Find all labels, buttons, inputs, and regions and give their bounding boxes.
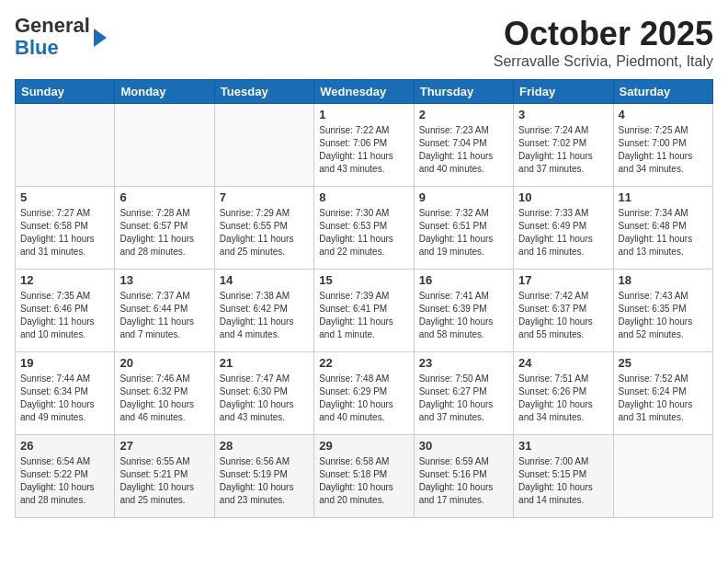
day-info: Sunrise: 7:23 AM Sunset: 7:04 PM Dayligh… [419, 124, 508, 176]
day-number: 4 [619, 108, 708, 121]
location: Serravalle Scrivia, Piedmont, Italy [494, 53, 713, 70]
week-row-4: 19Sunrise: 7:44 AM Sunset: 6:34 PM Dayli… [16, 352, 713, 435]
table-row: 20Sunrise: 7:46 AM Sunset: 6:32 PM Dayli… [115, 352, 214, 435]
logo: General Blue [15, 15, 107, 59]
day-number: 19 [20, 356, 109, 370]
title-area: October 2025 Serravalle Scrivia, Piedmon… [494, 15, 713, 70]
day-number: 21 [220, 356, 309, 370]
table-row: 17Sunrise: 7:42 AM Sunset: 6:37 PM Dayli… [514, 270, 613, 352]
day-info: Sunrise: 7:24 AM Sunset: 7:02 PM Dayligh… [518, 124, 608, 176]
table-row: 9Sunrise: 7:32 AM Sunset: 6:51 PM Daylig… [414, 187, 513, 270]
table-row: 2Sunrise: 7:23 AM Sunset: 7:04 PM Daylig… [414, 104, 513, 187]
day-info: Sunrise: 7:44 AM Sunset: 6:34 PM Dayligh… [20, 373, 109, 424]
day-number: 27 [119, 439, 209, 453]
logo-arrow-icon [94, 29, 107, 47]
table-row: 28Sunrise: 6:56 AM Sunset: 5:19 PM Dayli… [214, 435, 313, 518]
day-info: Sunrise: 7:35 AM Sunset: 6:46 PM Dayligh… [20, 290, 109, 341]
day-number: 3 [518, 108, 608, 121]
table-row [214, 104, 313, 187]
table-row: 19Sunrise: 7:44 AM Sunset: 6:34 PM Dayli… [16, 352, 115, 435]
table-row: 15Sunrise: 7:39 AM Sunset: 6:41 PM Dayli… [314, 270, 414, 352]
day-info: Sunrise: 7:30 AM Sunset: 6:53 PM Dayligh… [319, 207, 408, 259]
day-number: 28 [220, 439, 309, 453]
table-row [115, 104, 214, 187]
day-number: 5 [20, 190, 109, 204]
day-info: Sunrise: 7:43 AM Sunset: 6:35 PM Dayligh… [619, 290, 708, 341]
day-number: 25 [619, 356, 708, 370]
day-number: 10 [518, 190, 608, 204]
table-row: 6Sunrise: 7:28 AM Sunset: 6:57 PM Daylig… [115, 187, 214, 270]
calendar-header-row: Sunday Monday Tuesday Wednesday Thursday… [16, 80, 713, 104]
week-row-3: 12Sunrise: 7:35 AM Sunset: 6:46 PM Dayli… [16, 270, 713, 352]
day-number: 29 [319, 439, 408, 453]
header-saturday: Saturday [613, 80, 712, 104]
table-row: 5Sunrise: 7:27 AM Sunset: 6:58 PM Daylig… [16, 187, 115, 270]
day-info: Sunrise: 7:38 AM Sunset: 6:42 PM Dayligh… [220, 290, 309, 341]
day-number: 13 [119, 273, 209, 287]
header-wednesday: Wednesday [314, 80, 414, 104]
day-info: Sunrise: 7:47 AM Sunset: 6:30 PM Dayligh… [220, 373, 309, 424]
day-number: 7 [220, 190, 309, 204]
day-info: Sunrise: 7:22 AM Sunset: 7:06 PM Dayligh… [319, 124, 408, 176]
day-info: Sunrise: 7:42 AM Sunset: 6:37 PM Dayligh… [518, 290, 608, 341]
day-info: Sunrise: 6:59 AM Sunset: 5:16 PM Dayligh… [419, 455, 508, 507]
day-info: Sunrise: 7:51 AM Sunset: 6:26 PM Dayligh… [518, 373, 608, 424]
table-row: 13Sunrise: 7:37 AM Sunset: 6:44 PM Dayli… [115, 270, 214, 352]
table-row: 22Sunrise: 7:48 AM Sunset: 6:29 PM Dayli… [314, 352, 414, 435]
day-number: 17 [518, 273, 608, 287]
day-number: 6 [119, 190, 209, 204]
week-row-2: 5Sunrise: 7:27 AM Sunset: 6:58 PM Daylig… [16, 187, 713, 270]
day-info: Sunrise: 7:25 AM Sunset: 7:00 PM Dayligh… [619, 124, 708, 176]
day-info: Sunrise: 7:52 AM Sunset: 6:24 PM Dayligh… [619, 373, 708, 424]
header-monday: Monday [115, 80, 214, 104]
week-row-1: 1Sunrise: 7:22 AM Sunset: 7:06 PM Daylig… [16, 104, 713, 187]
day-number: 20 [119, 356, 209, 370]
day-info: Sunrise: 7:28 AM Sunset: 6:57 PM Dayligh… [119, 207, 209, 259]
day-number: 23 [419, 356, 508, 370]
day-number: 8 [319, 190, 408, 204]
table-row [613, 435, 712, 518]
day-info: Sunrise: 7:39 AM Sunset: 6:41 PM Dayligh… [319, 290, 408, 341]
logo-blue: Blue [15, 36, 59, 59]
header-thursday: Thursday [414, 80, 513, 104]
table-row: 18Sunrise: 7:43 AM Sunset: 6:35 PM Dayli… [613, 270, 712, 352]
table-row: 11Sunrise: 7:34 AM Sunset: 6:48 PM Dayli… [613, 187, 712, 270]
day-number: 12 [20, 273, 109, 287]
logo-general: General [15, 14, 90, 37]
day-info: Sunrise: 7:48 AM Sunset: 6:29 PM Dayligh… [319, 373, 408, 424]
day-number: 2 [419, 108, 508, 121]
day-info: Sunrise: 7:37 AM Sunset: 6:44 PM Dayligh… [119, 290, 209, 341]
table-row: 30Sunrise: 6:59 AM Sunset: 5:16 PM Dayli… [414, 435, 513, 518]
table-row: 21Sunrise: 7:47 AM Sunset: 6:30 PM Dayli… [214, 352, 313, 435]
month-title: October 2025 [494, 15, 713, 53]
day-info: Sunrise: 6:54 AM Sunset: 5:22 PM Dayligh… [20, 455, 109, 507]
table-row: 16Sunrise: 7:41 AM Sunset: 6:39 PM Dayli… [414, 270, 513, 352]
day-number: 24 [518, 356, 608, 370]
table-row: 12Sunrise: 7:35 AM Sunset: 6:46 PM Dayli… [16, 270, 115, 352]
calendar-table: Sunday Monday Tuesday Wednesday Thursday… [15, 79, 713, 518]
table-row: 25Sunrise: 7:52 AM Sunset: 6:24 PM Dayli… [613, 352, 712, 435]
table-row: 24Sunrise: 7:51 AM Sunset: 6:26 PM Dayli… [514, 352, 613, 435]
table-row: 8Sunrise: 7:30 AM Sunset: 6:53 PM Daylig… [314, 187, 414, 270]
week-row-5: 26Sunrise: 6:54 AM Sunset: 5:22 PM Dayli… [16, 435, 713, 518]
day-info: Sunrise: 7:33 AM Sunset: 6:49 PM Dayligh… [518, 207, 608, 259]
day-info: Sunrise: 6:58 AM Sunset: 5:18 PM Dayligh… [319, 455, 408, 507]
table-row: 29Sunrise: 6:58 AM Sunset: 5:18 PM Dayli… [314, 435, 414, 518]
day-number: 15 [319, 273, 408, 287]
day-info: Sunrise: 7:29 AM Sunset: 6:55 PM Dayligh… [220, 207, 309, 259]
logo-text: General Blue [15, 15, 90, 59]
day-number: 16 [419, 273, 508, 287]
table-row: 31Sunrise: 7:00 AM Sunset: 5:15 PM Dayli… [514, 435, 613, 518]
day-info: Sunrise: 7:00 AM Sunset: 5:15 PM Dayligh… [518, 455, 608, 507]
header-friday: Friday [514, 80, 613, 104]
day-number: 9 [419, 190, 508, 204]
day-number: 31 [518, 439, 608, 453]
table-row: 23Sunrise: 7:50 AM Sunset: 6:27 PM Dayli… [414, 352, 513, 435]
table-row: 7Sunrise: 7:29 AM Sunset: 6:55 PM Daylig… [214, 187, 313, 270]
day-number: 14 [220, 273, 309, 287]
day-number: 18 [619, 273, 708, 287]
day-number: 1 [319, 108, 408, 121]
day-info: Sunrise: 7:32 AM Sunset: 6:51 PM Dayligh… [419, 207, 508, 259]
day-info: Sunrise: 7:27 AM Sunset: 6:58 PM Dayligh… [20, 207, 109, 259]
table-row: 1Sunrise: 7:22 AM Sunset: 7:06 PM Daylig… [314, 104, 414, 187]
